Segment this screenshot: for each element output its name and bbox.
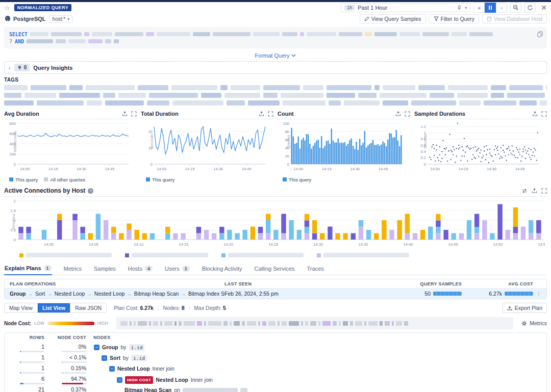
svg-text:14:15: 14:15 — [322, 167, 332, 171]
header-row-1: ☆ NORMALIZED QUERY 1h Past 1 Hour ▾ « » … — [4, 2, 547, 13]
host-legend-item[interactable] — [125, 252, 208, 258]
tab-explain-plans[interactable]: Explain Plans1 — [4, 263, 52, 275]
close-panel-button[interactable]: ✕ — [541, 4, 547, 12]
explain-plans-table: PLAN OPERATIONS LAST SEEN QUERY SAMPLES … — [4, 279, 547, 299]
redacted-identifier — [183, 388, 238, 392]
minimap-blob — [138, 321, 147, 326]
view-database-host-button[interactable]: View Database Host — [482, 14, 547, 23]
zoom-out-button[interactable] — [510, 3, 521, 13]
tags-section: TAGS +47 — [4, 77, 547, 106]
tab-calling-services[interactable]: Calling Services — [254, 263, 295, 275]
tag-pill — [509, 85, 543, 90]
pin-icon[interactable] — [457, 5, 462, 10]
export-icon[interactable] — [259, 111, 264, 117]
tab-blocking-activity[interactable]: Blocking Activity — [202, 263, 243, 275]
time-back-button[interactable]: « — [473, 3, 485, 13]
tag-pill — [263, 93, 278, 98]
avg-cost-bar — [505, 292, 533, 296]
svg-text:14:30: 14:30 — [213, 167, 223, 171]
metrics-dropdown[interactable]: Metrics — [521, 320, 547, 326]
export-icon[interactable] — [395, 111, 401, 117]
redacted-text — [339, 32, 362, 36]
plan-node-row[interactable]: 210.37%Bitmap Heap Scanon−Filter:( id <>… — [5, 387, 546, 392]
tag-pill — [383, 85, 415, 90]
host-filter-dropdown[interactable]: host:* ▾ — [49, 15, 73, 23]
code-chip: i.id — [131, 355, 147, 361]
chart-title: Sampled Durations — [414, 111, 465, 117]
tab-metrics[interactable]: Metrics — [63, 263, 82, 275]
tab-traces[interactable]: Traces — [306, 263, 324, 275]
raw-json-toggle[interactable]: Raw JSON — [70, 303, 106, 312]
rows-bar — [20, 361, 44, 363]
tag-pill — [380, 93, 427, 98]
plan-minimap[interactable] — [116, 317, 513, 329]
tab-hosts[interactable]: Hosts4 — [128, 263, 153, 275]
expand-chevron-icon: › — [9, 65, 11, 71]
time-range-short: 1h — [344, 5, 355, 11]
host-legend-item[interactable] — [317, 252, 409, 258]
legend-swatch — [146, 177, 150, 181]
collapse-node-button[interactable]: − — [94, 345, 99, 350]
collapse-node-button[interactable]: − — [117, 377, 122, 383]
export-icon[interactable] — [122, 111, 128, 117]
expand-icon[interactable] — [268, 111, 273, 117]
host-legend-item[interactable] — [221, 252, 304, 258]
export-icon[interactable] — [532, 111, 538, 117]
legend-swatch — [19, 253, 23, 257]
host-legend-item[interactable] — [19, 252, 112, 258]
time-range-selector[interactable]: 1h Past 1 Hour ▾ — [341, 3, 470, 12]
expand-icon[interactable] — [541, 188, 547, 194]
export-icon[interactable] — [532, 188, 537, 194]
query-insights-panel[interactable]: › 0 Query Insights — [4, 61, 547, 74]
legend-swatch — [283, 177, 287, 181]
tag-pill — [4, 85, 28, 90]
svg-text:14:00: 14:00 — [293, 167, 303, 171]
legend-item[interactable]: This query — [283, 176, 311, 183]
pencil-icon — [364, 16, 369, 21]
plan-node-row[interactable]: 1< 0.1%−Sortbyi.id — [5, 355, 546, 363]
expand-icon[interactable] — [131, 111, 137, 117]
plan-node-row[interactable]: 694.7%−HIGH COSTNested LoopInner join — [5, 376, 546, 384]
refresh-icon — [527, 5, 533, 11]
swap-view-icon[interactable] — [521, 188, 528, 194]
svg-text:14:20: 14:20 — [223, 242, 233, 247]
plan-row[interactable]: Group→Sort→Nested Loop→Nested Loop→Bitma… — [5, 289, 546, 299]
minimap-blob — [164, 321, 172, 326]
svg-text:100: 100 — [283, 121, 289, 126]
list-view-toggle[interactable]: List View — [38, 303, 70, 312]
tab-samples[interactable]: Samples — [93, 263, 116, 275]
legend-item[interactable]: All other queries — [44, 176, 85, 183]
plan-samples-value: 50 — [424, 291, 431, 297]
legend-item[interactable]: This query — [146, 176, 174, 183]
favorite-star-icon[interactable]: ☆ — [4, 4, 10, 12]
host-filter-value: host:* — [53, 16, 66, 22]
pause-icon — [489, 6, 492, 10]
expand-icon[interactable] — [541, 111, 547, 117]
plan-node-row[interactable]: 10%−Groupbyi.id — [5, 344, 546, 352]
gear-icon — [521, 321, 527, 326]
export-plan-button[interactable]: Export Plan — [503, 303, 547, 313]
help-icon[interactable]: ? — [88, 188, 93, 194]
legend-item[interactable]: This query — [9, 176, 38, 183]
collapse-node-button[interactable]: − — [102, 355, 107, 361]
node-cost-low: LOW — [34, 321, 44, 326]
time-forward-button[interactable]: » — [496, 3, 507, 13]
minimap-blob — [268, 321, 276, 326]
plan-node-row[interactable]: 10.15%−Nested LoopInner join — [5, 365, 546, 374]
rows-bar — [20, 351, 44, 352]
map-view-toggle[interactable]: Map View — [5, 303, 38, 312]
node-cost-label: Node Cost: — [4, 321, 31, 326]
copy-icon[interactable] — [537, 31, 543, 37]
collapse-node-button[interactable]: − — [109, 366, 115, 372]
col-header-rows: ROWS — [5, 335, 44, 340]
filter-to-query-button[interactable]: Filter to Query — [429, 14, 480, 23]
tag-pill — [147, 100, 169, 106]
tab-users[interactable]: Users1 — [164, 263, 190, 275]
expand-icon[interactable] — [405, 111, 410, 117]
pause-button[interactable] — [485, 3, 496, 13]
view-query-samples-button[interactable]: View Query Samples — [360, 14, 426, 23]
tag-row: +47 — [4, 100, 547, 106]
row-menu-kebab-icon[interactable]: ⋮ — [533, 291, 541, 297]
format-query-link[interactable]: Format Query — [255, 53, 296, 59]
refresh-button[interactable] — [524, 3, 536, 13]
